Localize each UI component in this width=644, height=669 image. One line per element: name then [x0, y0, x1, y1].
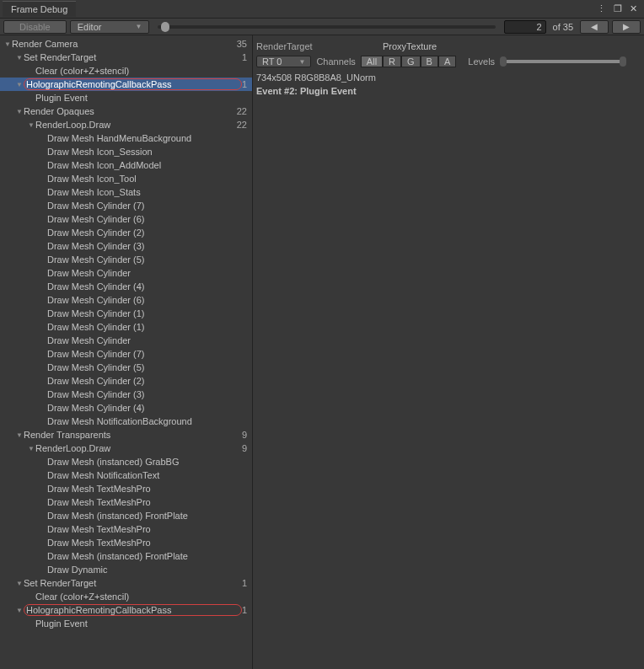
triangle-down-icon[interactable]: ▼ — [3, 40, 12, 48]
event-info: Event #2: Plugin Event — [256, 86, 641, 96]
tree-row[interactable]: ▼Draw Dynamic — [0, 563, 252, 576]
tree-row[interactable]: ▼Render Transparents9 — [0, 428, 252, 442]
tree-row-label: Draw Mesh Cylinder (6) — [47, 295, 249, 305]
tree-row[interactable]: ▼Draw Mesh Cylinder — [0, 266, 252, 280]
tree-row[interactable]: ▼Draw Mesh (instanced) FrontPlate — [0, 549, 252, 563]
maximize-icon[interactable]: ❐ — [612, 3, 623, 14]
tree-row[interactable]: ▼Draw Mesh Cylinder (6) — [0, 293, 252, 307]
channel-a-button[interactable]: A — [438, 56, 456, 67]
tree-row-label: HolographicRemotingCallbackPass — [24, 604, 242, 616]
close-icon[interactable]: ✕ — [628, 3, 639, 14]
spacer: ▼ — [27, 94, 35, 102]
spacer: ▼ — [39, 324, 47, 331]
tree-row-label: Draw Mesh Cylinder (5) — [47, 362, 249, 372]
rt-dropdown[interactable]: RT 0 ▼ — [256, 56, 311, 67]
tree-row[interactable]: ▼Draw Mesh HandMenuBackground — [0, 131, 252, 145]
tree-row-label: Render Camera — [12, 39, 237, 49]
tree-row[interactable]: ▼HolographicRemotingCallbackPass1 — [0, 78, 252, 91]
triangle-down-icon[interactable]: ▼ — [15, 81, 24, 88]
next-event-button[interactable]: ▶ — [612, 20, 641, 34]
event-slider[interactable] — [158, 25, 495, 29]
triangle-down-icon[interactable]: ▼ — [15, 431, 24, 439]
tree-row-count: 1 — [242, 79, 249, 89]
tree-row[interactable]: ▼Draw Mesh Cylinder (7) — [0, 199, 252, 212]
spacer: ▼ — [39, 135, 47, 142]
triangle-down-icon[interactable]: ▼ — [27, 121, 35, 129]
spacer: ▼ — [39, 526, 47, 533]
tree-row-label: HolographicRemotingCallbackPass — [24, 78, 242, 90]
tree-row[interactable]: ▼Draw Mesh TextMeshPro — [0, 536, 252, 549]
tree-row[interactable]: ▼Draw Mesh Cylinder (4) — [0, 280, 252, 293]
tree-row[interactable]: ▼Draw Mesh Cylinder (2) — [0, 226, 252, 239]
tree-row[interactable]: ▼Set RenderTarget1 — [0, 51, 252, 64]
tree-row[interactable]: ▼Draw Mesh Icon_Stats — [0, 185, 252, 199]
tree-row[interactable]: ▼Plugin Event — [0, 91, 252, 104]
tree-row[interactable]: ▼Draw Mesh Icon_Session — [0, 145, 252, 158]
tree-row-label: Draw Mesh Cylinder (3) — [47, 241, 249, 251]
render-target-label: RenderTarget — [256, 41, 383, 51]
channel-b-button[interactable]: B — [421, 56, 438, 67]
tree-row[interactable]: ▼Draw Mesh Cylinder — [0, 334, 252, 347]
tree-row[interactable]: ▼HolographicRemotingCallbackPass1 — [0, 603, 252, 617]
spacer: ▼ — [39, 297, 47, 304]
slider-thumb[interactable] — [161, 22, 169, 32]
spacer: ▼ — [39, 499, 47, 506]
channel-r-button[interactable]: R — [383, 56, 401, 67]
tree-row[interactable]: ▼Draw Mesh Cylinder (1) — [0, 320, 252, 334]
tree-row-label: Draw Mesh Cylinder (4) — [47, 281, 249, 292]
menu-icon[interactable]: ⋮ — [596, 3, 607, 14]
spacer: ▼ — [39, 243, 47, 250]
triangle-down-icon[interactable]: ▼ — [15, 54, 24, 62]
channel-all-button[interactable]: All — [361, 56, 383, 67]
tree-row[interactable]: ▼Draw Mesh (instanced) GrabBG — [0, 455, 252, 468]
editor-dropdown[interactable]: Editor ▼ — [70, 20, 150, 34]
triangle-down-icon[interactable]: ▼ — [15, 607, 24, 614]
tree-row[interactable]: ▼Draw Mesh TextMeshPro — [0, 495, 252, 509]
levels-max-thumb[interactable] — [620, 56, 626, 67]
tree-row[interactable]: ▼Draw Mesh Cylinder (3) — [0, 388, 252, 401]
disable-button[interactable]: Disable — [3, 20, 67, 34]
tree-row[interactable]: ▼Clear (color+Z+stencil) — [0, 64, 252, 78]
tree-row[interactable]: ▼Draw Mesh Cylinder (3) — [0, 239, 252, 253]
levels-slider[interactable] — [500, 60, 626, 63]
tree-row[interactable]: ▼Render Camera35 — [0, 37, 252, 51]
tree-row[interactable]: ▼Draw Mesh Cylinder (7) — [0, 347, 252, 361]
spacer: ▼ — [39, 485, 47, 493]
tree-row[interactable]: ▼Draw Mesh Cylinder (2) — [0, 374, 252, 388]
tree-row[interactable]: ▼Draw Mesh Cylinder (4) — [0, 401, 252, 415]
triangle-down-icon[interactable]: ▼ — [15, 108, 24, 115]
tree-row[interactable]: ▼Draw Mesh Icon_Tool — [0, 172, 252, 185]
window-tab[interactable]: Frame Debug — [3, 1, 76, 17]
triangle-down-icon[interactable]: ▼ — [27, 445, 35, 452]
spacer: ▼ — [39, 256, 47, 264]
tree-row[interactable]: ▼Draw Mesh Cylinder (5) — [0, 361, 252, 374]
event-number-input[interactable] — [504, 20, 546, 34]
tree-row[interactable]: ▼Draw Mesh NotificationText — [0, 468, 252, 482]
tree-row[interactable]: ▼Draw Mesh Cylinder (1) — [0, 307, 252, 320]
tree-row[interactable]: ▼Clear (color+Z+stencil) — [0, 590, 252, 603]
tree-row-label: Draw Mesh (instanced) GrabBG — [47, 457, 249, 467]
tree-row[interactable]: ▼Draw Mesh TextMeshPro — [0, 522, 252, 536]
spacer: ▼ — [39, 216, 47, 223]
tree-row-label: Draw Mesh Cylinder (4) — [47, 403, 249, 413]
tree-row[interactable]: ▼Draw Mesh TextMeshPro — [0, 482, 252, 495]
tree-row[interactable]: ▼Draw Mesh (instanced) FrontPlate — [0, 509, 252, 522]
tree-row[interactable]: ▼Render Opaques22 — [0, 104, 252, 118]
tree-row[interactable]: ▼Set RenderTarget1 — [0, 576, 252, 590]
tree-row[interactable]: ▼RenderLoop.Draw9 — [0, 442, 252, 455]
channel-g-button[interactable]: G — [401, 56, 421, 67]
tree-row[interactable]: ▼Draw Mesh Cylinder (5) — [0, 253, 252, 266]
event-tree[interactable]: ▼Render Camera35▼Set RenderTarget1▼Clear… — [0, 35, 253, 669]
spacer: ▼ — [39, 404, 47, 412]
tree-row-count: 1 — [242, 578, 249, 588]
prev-event-button[interactable]: ◀ — [580, 20, 609, 34]
tree-row-label: Draw Mesh Icon_AddModel — [47, 160, 249, 170]
tree-row[interactable]: ▼Draw Mesh Icon_AddModel — [0, 158, 252, 172]
triangle-down-icon[interactable]: ▼ — [15, 580, 24, 587]
tree-row[interactable]: ▼RenderLoop.Draw22 — [0, 118, 252, 131]
tree-row[interactable]: ▼Draw Mesh Cylinder (6) — [0, 212, 252, 226]
tree-row[interactable]: ▼Draw Mesh NotificationBackground — [0, 415, 252, 428]
tree-row[interactable]: ▼Plugin Event — [0, 617, 252, 630]
channel-buttons: All R G B A — [361, 56, 456, 67]
levels-min-thumb[interactable] — [500, 56, 507, 67]
